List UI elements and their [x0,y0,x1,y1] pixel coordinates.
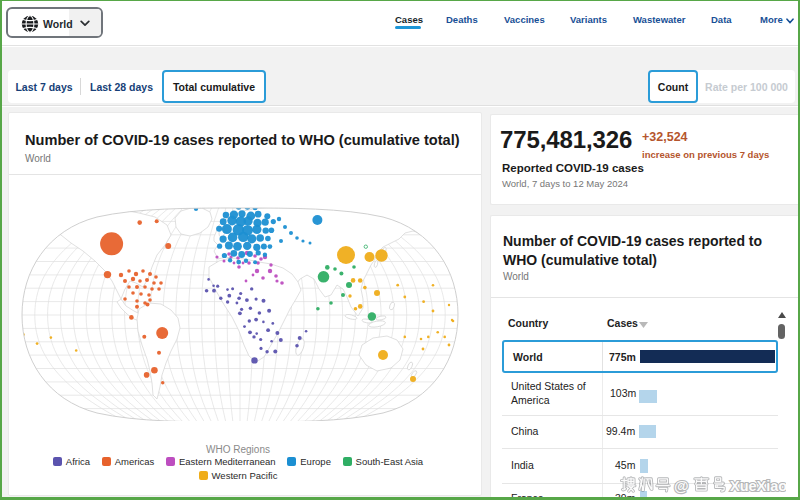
svg-text:@: @ [674,477,689,494]
svg-text:XueXiao: XueXiao [730,478,786,494]
